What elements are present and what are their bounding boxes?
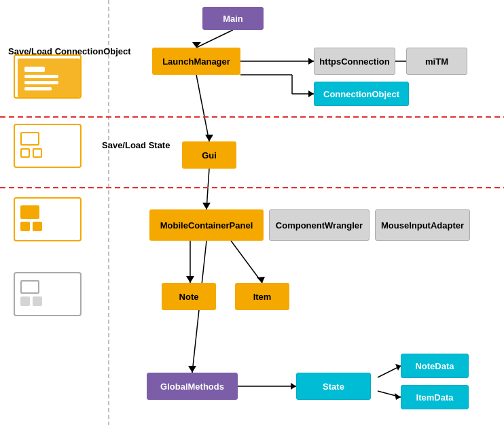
svg-marker-24	[395, 393, 401, 400]
svg-marker-10	[205, 135, 213, 141]
componentwrangler-box: ComponentWrangler	[269, 209, 370, 241]
svg-marker-22	[395, 364, 401, 371]
item-box: Item	[235, 283, 289, 310]
svg-marker-8	[308, 90, 314, 97]
mobilecontainerpanel-box: MobileContainerPanel	[149, 209, 264, 241]
svg-marker-20	[291, 383, 296, 390]
svg-line-21	[378, 366, 401, 377]
save-load-state-label: Save/Load State	[102, 140, 170, 150]
thumbnail-card-4	[14, 272, 82, 316]
globalmethods-box: GlobalMethods	[147, 373, 238, 400]
launchmanager-box: LaunchManager	[152, 48, 240, 75]
svg-marker-14	[186, 276, 194, 283]
mitm-box: miTM	[406, 48, 467, 75]
svg-marker-16	[257, 277, 265, 283]
svg-marker-18	[188, 366, 196, 373]
connectionobject-box: ConnectionObject	[314, 82, 409, 106]
itemdata-box: ItemData	[401, 385, 469, 409]
svg-line-11	[206, 169, 209, 209]
httpsconnection-box: httpsConnection	[314, 48, 395, 75]
svg-line-9	[196, 75, 209, 141]
svg-marker-1	[192, 42, 201, 48]
thumbnail-card-2	[14, 124, 82, 168]
diagram-container: Save/Load ConnectionObject Save/Load Sta…	[0, 0, 504, 425]
notedata-box: NoteData	[401, 354, 469, 378]
state-box: State	[296, 373, 371, 400]
thumbnail-card-3	[14, 197, 82, 241]
svg-line-0	[196, 30, 233, 48]
svg-marker-12	[202, 203, 211, 209]
svg-line-15	[231, 241, 262, 283]
thumbnail-card-1	[14, 54, 82, 99]
note-box: Note	[162, 283, 216, 310]
main-box: Main	[202, 7, 264, 30]
svg-marker-3	[308, 58, 314, 65]
svg-line-23	[378, 391, 401, 397]
gui-box: Gui	[182, 141, 236, 169]
mouseinputadapter-box: MouseInputAdapter	[375, 209, 470, 241]
save-load-connection-label: Save/Load ConnectionObject	[8, 46, 131, 56]
